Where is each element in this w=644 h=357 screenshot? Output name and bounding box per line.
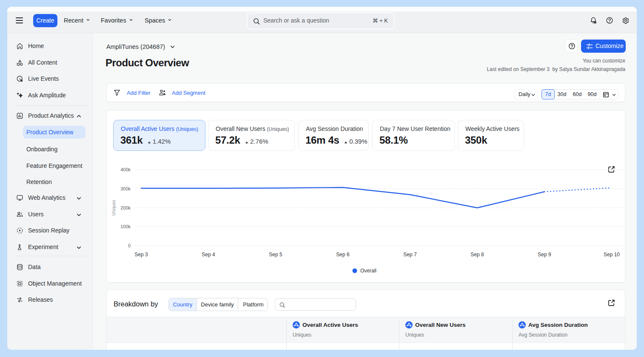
svg-text:Sep 10: Sep 10 <box>604 252 620 258</box>
svg-text:200k: 200k <box>120 205 131 210</box>
svg-text:Uniques: Uniques <box>111 200 116 216</box>
svg-text:Sep 4: Sep 4 <box>202 252 215 258</box>
svg-text:Sep 6: Sep 6 <box>336 252 350 258</box>
svg-text:Sep 7: Sep 7 <box>403 252 417 258</box>
svg-text:Sep 9: Sep 9 <box>538 252 551 258</box>
svg-text:400k: 400k <box>120 167 131 172</box>
svg-text:300k: 300k <box>120 186 131 191</box>
svg-text:0: 0 <box>128 243 131 248</box>
svg-text:Sep 8: Sep 8 <box>470 252 484 258</box>
svg-text:Sep 3: Sep 3 <box>134 252 148 258</box>
svg-text:Sep 5: Sep 5 <box>269 252 282 258</box>
svg-text:Overall: Overall <box>360 268 376 274</box>
svg-text:100k: 100k <box>120 224 131 229</box>
